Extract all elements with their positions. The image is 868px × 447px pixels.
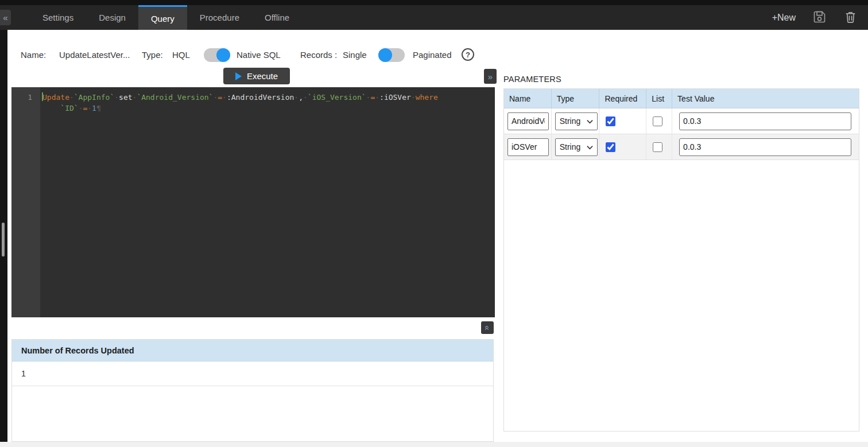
param-type-value: String <box>560 142 581 151</box>
parameter-row: String <box>504 108 859 134</box>
records-label: Records : <box>300 48 337 63</box>
param-type-select[interactable]: String <box>555 138 598 156</box>
records-updated-count: 1 <box>21 369 26 378</box>
tab-procedure[interactable]: Procedure <box>187 5 252 30</box>
topbar-actions: +New <box>772 5 858 30</box>
chevron-double-left-icon: « <box>3 13 7 22</box>
page-bottom-strip <box>0 442 868 447</box>
save-button[interactable] <box>812 9 827 26</box>
type-toggle[interactable] <box>204 48 230 62</box>
chevron-down-icon <box>587 116 593 126</box>
topbar-top-strip <box>0 0 868 5</box>
new-button[interactable]: +New <box>772 13 796 23</box>
scroll-to-top-button[interactable]: « <box>481 321 494 334</box>
column-header-type: Type <box>552 89 600 108</box>
line-number: 1 <box>11 92 32 103</box>
parameters-title: PARAMETERS <box>503 75 561 84</box>
trash-icon <box>843 9 858 26</box>
param-required-checkbox[interactable] <box>606 116 615 126</box>
records-toggle-knob <box>378 48 392 62</box>
records-option-single: Single <box>343 48 367 63</box>
query-name-value[interactable]: UpdateLatestVer... <box>59 48 130 63</box>
results-header: Number of Records Updated <box>12 340 493 362</box>
param-type-select[interactable]: String <box>555 112 598 130</box>
type-toggle-knob <box>216 48 230 62</box>
expand-parameters-button[interactable]: » <box>484 69 497 84</box>
param-name-input[interactable] <box>507 112 549 130</box>
type-option-native-sql: Native SQL <box>237 48 281 63</box>
param-type-value: String <box>560 116 581 126</box>
results-value-row: 1 <box>12 362 493 386</box>
floppy-save-icon <box>812 9 827 26</box>
play-icon <box>235 72 242 80</box>
chevron-double-right-icon: » <box>488 72 493 81</box>
chevron-double-up-icon: « <box>483 325 493 330</box>
type-option-hql: HQL <box>172 48 190 63</box>
left-collapsed-panel[interactable] <box>0 30 7 447</box>
editor-caret <box>42 92 43 101</box>
tab-query[interactable]: Query <box>138 5 187 30</box>
collapse-sidebar-button[interactable]: « <box>0 10 11 25</box>
param-test-value-input[interactable] <box>679 112 851 130</box>
type-label: Type: <box>142 48 163 63</box>
scrollbar-thumb[interactable] <box>2 223 5 256</box>
results-panel: Number of Records Updated 1 <box>11 339 494 442</box>
delete-button[interactable] <box>843 9 858 26</box>
help-icon[interactable]: ? <box>462 48 474 61</box>
tab-bar: Settings Design Query Procedure Offline <box>30 5 302 30</box>
param-name-input[interactable] <box>507 138 549 156</box>
parameter-row: String <box>504 134 859 160</box>
execute-label: Execute <box>247 71 278 81</box>
param-list-checkbox[interactable] <box>653 116 662 126</box>
param-list-checkbox[interactable] <box>653 142 662 152</box>
tab-design[interactable]: Design <box>86 5 138 30</box>
column-header-name: Name <box>504 89 552 108</box>
name-label: Name: <box>21 48 46 63</box>
topbar: « Settings Design Query Procedure Offlin… <box>0 0 868 30</box>
tab-offline[interactable]: Offline <box>252 5 302 30</box>
param-test-value-input[interactable] <box>679 138 851 156</box>
parameters-header-row: Name Type Required List Test Value <box>504 89 859 108</box>
app-window: « Settings Design Query Procedure Offlin… <box>0 0 868 447</box>
parameters-table: Name Type Required List Test Value Strin… <box>503 88 859 432</box>
execute-button[interactable]: Execute <box>223 68 290 84</box>
tab-settings[interactable]: Settings <box>30 5 86 30</box>
code-lines: Update·`AppInfo`·set·`Android_Version`·=… <box>42 92 495 114</box>
editor-gutter: 1 <box>11 87 40 317</box>
chevron-down-icon <box>587 142 593 151</box>
editor-code-area[interactable]: Update·`AppInfo`·set·`Android_Version`·=… <box>40 87 495 317</box>
param-required-checkbox[interactable] <box>606 142 615 152</box>
column-header-test-value: Test Value <box>672 89 859 108</box>
records-option-paginated: Paginated <box>413 48 452 63</box>
sql-editor[interactable]: 1 Update·`AppInfo`·set·`Android_Version`… <box>11 87 495 317</box>
column-header-list: List <box>646 89 672 108</box>
records-toggle[interactable] <box>378 48 405 62</box>
column-header-required: Required <box>599 89 646 108</box>
